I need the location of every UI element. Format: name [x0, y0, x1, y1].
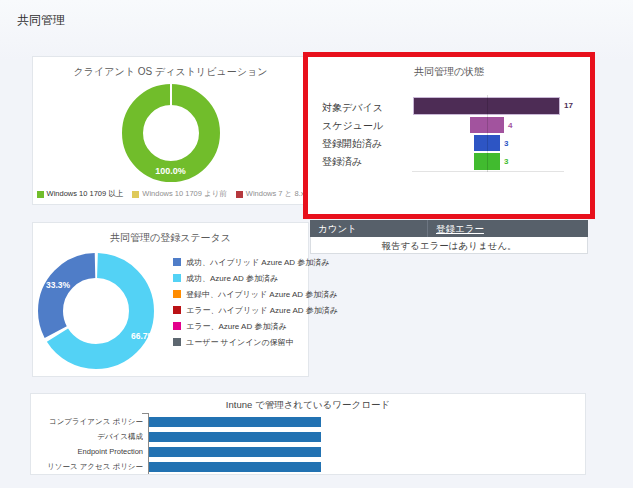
- workload-label-device-configuration: デバイス構成: [39, 432, 143, 442]
- legend-item-error-hybrid[interactable]: エラー、ハイブリッド Azure AD 参加済み: [173, 302, 338, 318]
- os-distribution-legend: Windows 10 1709 以上 Windows 10 1709 より前 W…: [33, 189, 308, 199]
- funnel-baseline: [412, 171, 564, 172]
- enrollment-status-title: 共同管理の登録ステータス: [33, 231, 308, 245]
- legend-label: 登録中、ハイブリッド Azure AD 参加済み: [186, 289, 338, 300]
- orange-swatch-icon: [173, 290, 181, 298]
- workload-bar-device-configuration: [149, 432, 321, 442]
- green-swatch-icon: [37, 191, 44, 198]
- funnel-value-enrollment-started: 3: [504, 139, 508, 148]
- legend-label: 成功、Azure AD 参加済み: [186, 273, 278, 284]
- magenta-swatch-icon: [173, 322, 181, 330]
- error-table-header-row: カウント 登録エラー: [310, 220, 588, 237]
- funnel-category-target-devices: 対象デバイス: [322, 101, 383, 115]
- page-title: 共同管理: [17, 12, 65, 29]
- gray-swatch-icon: [173, 338, 181, 346]
- legend-item-error-azuread[interactable]: エラー、Azure AD 参加済み: [173, 318, 338, 334]
- workload-bar-compliance-policy: [149, 417, 321, 427]
- funnel-value-enrolled: 3: [504, 157, 508, 166]
- legend-item-enrolling-hybrid[interactable]: 登録中、ハイブリッド Azure AD 参加済み: [173, 286, 338, 302]
- darkred-swatch-icon: [173, 306, 181, 314]
- slice-percent-hybrid-joined: 33.3%: [46, 280, 70, 290]
- os-distribution-title: クライアント OS ディストリビューション: [33, 65, 308, 79]
- legend-label: Windows 10 1709 以上: [47, 189, 124, 199]
- enrollment-status-donut-chart: [36, 251, 156, 371]
- funnel-category-enrolled: 登録済み: [322, 155, 362, 169]
- legend-label: ユーザー サインインの保留中: [186, 337, 294, 348]
- panel-enrollment-status: 共同管理の登録ステータス 33.3% 66.7% 成功、ハイブリッド Azure…: [32, 222, 309, 377]
- legend-label: エラー、ハイブリッド Azure AD 参加済み: [186, 305, 338, 316]
- error-table-empty-row: 報告するエラーはありません。: [310, 237, 588, 254]
- legend-label: Windows 10 1709 より前: [142, 189, 227, 199]
- legend-item-win10-pre-1709[interactable]: Windows 10 1709 より前: [132, 189, 227, 199]
- funnel-center-axis: [487, 95, 488, 172]
- lightblue-swatch-icon: [173, 274, 181, 282]
- red-swatch-icon: [236, 191, 243, 198]
- legend-item-win10-1709-plus[interactable]: Windows 10 1709 以上: [37, 189, 124, 199]
- workload-label-compliance-policy: コンプライアンス ポリシー: [39, 417, 143, 427]
- column-header-count[interactable]: カウント: [310, 220, 427, 237]
- funnel-category-enrollment-started: 登録開始済み: [322, 137, 382, 151]
- legend-item-pending-signin[interactable]: ユーザー サインインの保留中: [173, 334, 338, 350]
- legend-item-win7-8[interactable]: Windows 7 と 8.x: [236, 189, 305, 199]
- comanagement-status-title: 共同管理の状態: [308, 65, 590, 79]
- os-distribution-percent-label: 100.0%: [33, 166, 308, 176]
- workloads-title: Intune で管理されているワークロード: [31, 399, 585, 412]
- enrollment-status-legend: 成功、ハイブリッド Azure AD 参加済み 成功、Azure AD 参加済み…: [173, 254, 338, 350]
- panel-comanagement-status: 共同管理の状態 対象デバイス スケジュール 登録開始済み 登録済み 17 4 3…: [308, 57, 590, 214]
- workload-label-endpoint-protection: Endpoint Protection: [39, 447, 143, 457]
- workload-bar-clipped: [149, 474, 321, 475]
- funnel-category-schedule: スケジュール: [322, 119, 383, 133]
- workload-label-resource-access-policy: リソース アクセス ポリシー: [39, 462, 143, 472]
- legend-label: エラー、Azure AD 参加済み: [186, 321, 287, 332]
- legend-item-success-hybrid[interactable]: 成功、ハイブリッド Azure AD 参加済み: [173, 254, 338, 270]
- slice-percent-azuread-joined: 66.7%: [131, 331, 155, 341]
- workload-bar-endpoint-protection: [149, 447, 321, 457]
- highlight-border: 共同管理の状態 対象デバイス スケジュール 登録開始済み 登録済み 17 4 3…: [303, 52, 595, 219]
- yellow-swatch-icon: [132, 191, 139, 198]
- enrollment-error-table: カウント 登録エラー 報告するエラーはありません。: [310, 220, 588, 254]
- legend-label: Windows 7 と 8.x: [246, 189, 305, 199]
- funnel-value-schedule: 4: [508, 121, 512, 130]
- panel-intune-workloads: Intune で管理されているワークロード コンプライアンス ポリシー デバイス…: [30, 393, 586, 475]
- workload-bar-resource-access-policy: [149, 462, 321, 472]
- column-header-enrollment-error[interactable]: 登録エラー: [427, 220, 588, 237]
- legend-label: 成功、ハイブリッド Azure AD 参加済み: [186, 257, 330, 268]
- panel-os-distribution: クライアント OS ディストリビューション 100.0% Windows 10 …: [32, 56, 309, 205]
- blue-swatch-icon: [173, 258, 181, 266]
- funnel-value-target-devices: 17: [564, 101, 573, 110]
- legend-item-success-azuread[interactable]: 成功、Azure AD 参加済み: [173, 270, 338, 286]
